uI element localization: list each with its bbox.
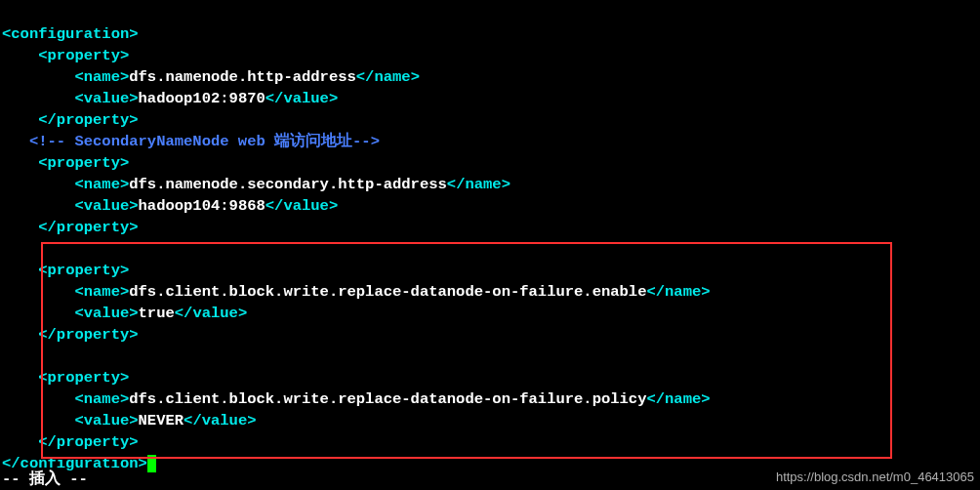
property-open-tag-2: property [48,154,120,172]
name-close-tag-3: name [665,283,701,301]
vim-status-line: -- 插入 -- [2,469,88,490]
value-value-3: true [139,305,175,322]
property-close-tag-2: property [57,219,129,236]
name-open-tag: name [84,68,120,86]
name-open-tag-4: name [84,390,120,408]
property-open-tag: property [48,47,120,64]
name-value-1: dfs.namenode.http-address [129,68,356,86]
name-close-tag-4: name [665,390,701,408]
comment-prefix: <!-- [29,133,75,150]
value-open-tag: value [84,90,130,107]
property-open-tag-3: property [48,262,120,279]
comment-cjk: 端访问地址 [274,133,352,150]
value-close-tag: value [283,90,329,107]
value-open-tag-3: value [84,305,130,322]
name-close-tag-2: name [465,176,501,193]
value-open-tag-2: value [84,197,130,215]
cursor-icon [147,455,156,472]
property-open-tag-4: property [48,369,120,387]
name-value-2: dfs.namenode.secondary.http-address [129,176,447,193]
property-close-tag: property [57,111,129,129]
value-close-tag-2: value [283,197,329,215]
configuration-open-tag: configuration [11,25,129,43]
property-close-tag-4: property [57,433,129,451]
name-open-tag-3: name [84,283,120,301]
property-close-tag-3: property [57,326,129,344]
value-close-tag-3: value [192,305,238,322]
value-value-1: hadoop102:9870 [139,90,265,107]
name-open-tag-2: name [84,176,120,193]
value-open-tag-4: value [84,412,130,429]
name-close-tag: name [374,68,410,86]
comment-suffix: --> [352,133,380,150]
comment-text: SecondaryNameNode web [74,133,274,150]
value-close-tag-4: value [202,412,248,429]
value-value-4: NEVER [139,412,184,429]
name-value-4: dfs.client.block.write.replace-datanode-… [129,390,646,408]
name-value-3: dfs.client.block.write.replace-datanode-… [129,283,646,301]
code-editor[interactable]: <configuration> <property> <name>dfs.nam… [0,0,980,474]
value-value-2: hadoop104:9868 [139,197,265,215]
watermark-text: https://blog.csdn.net/m0_46413065 [776,467,974,488]
